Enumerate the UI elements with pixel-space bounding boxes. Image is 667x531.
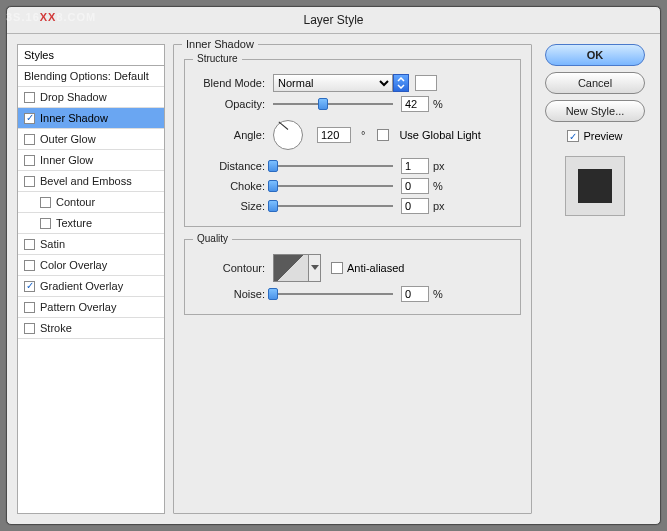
quality-title: Quality [193,233,232,244]
angle-dial[interactable] [273,120,303,150]
structure-title: Structure [193,53,242,64]
styles-panel: Styles Blending Options: Default Drop Sh… [17,44,165,514]
angle-label: Angle: [193,129,265,141]
checkbox-contour[interactable] [40,197,51,208]
checkbox-pattern-overlay[interactable] [24,302,35,313]
blend-mode-select[interactable]: Normal [273,74,393,92]
anti-aliased-label: Anti-aliased [347,262,404,274]
new-style-button[interactable]: New Style... [545,100,645,122]
anti-aliased-checkbox[interactable] [331,262,343,274]
chevron-down-icon[interactable] [308,255,320,281]
layer-style-dialog: 3S.16XX8.COM Layer Style Styles Blending… [6,6,661,525]
checkbox-inner-glow[interactable] [24,155,35,166]
cancel-button[interactable]: Cancel [545,72,645,94]
style-gradient-overlay[interactable]: Gradient Overlay [18,276,164,297]
panel-title: Inner Shadow [182,38,258,50]
opacity-label: Opacity: [193,98,265,110]
structure-group: Structure Blend Mode: Normal Opacity: 42 [184,59,521,227]
percent-unit: % [433,98,443,110]
style-bevel-emboss[interactable]: Bevel and Emboss [18,171,164,192]
checkbox-drop-shadow[interactable] [24,92,35,103]
size-label: Size: [193,200,265,212]
checkbox-inner-shadow[interactable] [24,113,35,124]
dropdown-arrows-icon[interactable] [393,74,409,92]
style-outer-glow[interactable]: Outer Glow [18,129,164,150]
degree-unit: ° [361,129,365,141]
blend-mode-label: Blend Mode: [193,77,265,89]
global-light-label: Use Global Light [399,129,480,141]
opacity-slider[interactable] [273,103,393,105]
style-texture[interactable]: Texture [18,213,164,234]
size-field[interactable]: 0 [401,198,429,214]
title-bar: Layer Style [7,7,660,34]
checkbox-bevel[interactable] [24,176,35,187]
styles-title: Styles [18,45,164,66]
choke-label: Choke: [193,180,265,192]
choke-field[interactable]: 0 [401,178,429,194]
style-contour[interactable]: Contour [18,192,164,213]
checkbox-satin[interactable] [24,239,35,250]
quality-group: Quality Contour: Anti-aliased Noise: [184,239,521,315]
angle-field[interactable]: 120 [317,127,351,143]
checkbox-stroke[interactable] [24,323,35,334]
style-pattern-overlay[interactable]: Pattern Overlay [18,297,164,318]
choke-slider[interactable] [273,185,393,187]
contour-label: Contour: [193,262,265,274]
checkbox-gradient-overlay[interactable] [24,281,35,292]
style-color-overlay[interactable]: Color Overlay [18,255,164,276]
preview-checkbox[interactable] [567,130,579,142]
px-unit: px [433,160,445,172]
noise-slider[interactable] [273,293,393,295]
style-drop-shadow[interactable]: Drop Shadow [18,87,164,108]
style-inner-shadow[interactable]: Inner Shadow [18,108,164,129]
color-swatch[interactable] [415,75,437,91]
distance-field[interactable]: 1 [401,158,429,174]
preview-label: Preview [583,130,622,142]
global-light-checkbox[interactable] [377,129,389,141]
blending-options-header[interactable]: Blending Options: Default [18,66,164,87]
checkbox-color-overlay[interactable] [24,260,35,271]
opacity-field[interactable]: 42 [401,96,429,112]
noise-field[interactable]: 0 [401,286,429,302]
distance-slider[interactable] [273,165,393,167]
ok-button[interactable]: OK [545,44,645,66]
size-slider[interactable] [273,205,393,207]
preview-box [565,156,625,216]
contour-picker[interactable] [274,255,308,281]
checkbox-outer-glow[interactable] [24,134,35,145]
style-satin[interactable]: Satin [18,234,164,255]
preview-swatch [578,169,612,203]
settings-panel: Inner Shadow Structure Blend Mode: Norma… [173,44,532,514]
noise-label: Noise: [193,288,265,300]
button-column: OK Cancel New Style... Preview [540,44,650,514]
distance-label: Distance: [193,160,265,172]
style-stroke[interactable]: Stroke [18,318,164,339]
style-inner-glow[interactable]: Inner Glow [18,150,164,171]
checkbox-texture[interactable] [40,218,51,229]
